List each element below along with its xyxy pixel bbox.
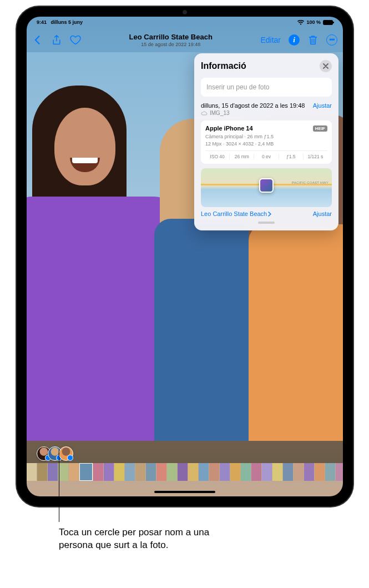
home-indicator[interactable]	[154, 491, 215, 493]
battery-icon	[323, 20, 333, 25]
thumbnail[interactable]	[167, 463, 177, 481]
thumbnail[interactable]	[199, 463, 209, 481]
info-button[interactable]: i	[289, 34, 300, 46]
thumbnail[interactable]	[104, 463, 114, 481]
trash-button[interactable]	[307, 34, 319, 46]
ipad-frame: 9:41 dilluns 5 juny 100 %	[17, 7, 353, 506]
thumbnail-strip[interactable]	[27, 463, 343, 481]
thumbnail[interactable]	[294, 463, 304, 481]
thumbnail[interactable]	[325, 463, 335, 481]
camera-info-card: Apple iPhone 14 HEIF Càmera principal · …	[201, 120, 332, 164]
status-date: dilluns 5 juny	[51, 19, 83, 25]
lens-info: Càmera principal · 26 mm ƒ1.5	[205, 133, 327, 140]
camera-model: Apple iPhone 14	[205, 125, 253, 132]
file-name: IMG_13	[210, 110, 230, 116]
thumbnail[interactable]	[27, 463, 37, 481]
screen: 9:41 dilluns 5 juny 100 %	[27, 17, 343, 496]
thumbnail[interactable]	[304, 463, 314, 481]
thumbnail[interactable]	[58, 463, 68, 481]
nav-bar: Leo Carrillo State Beach 15 de agost de …	[27, 28, 343, 52]
favorite-button[interactable]	[70, 34, 81, 46]
thumbnail[interactable]	[79, 463, 93, 481]
adjust-date-button[interactable]: Ajustar	[313, 102, 332, 109]
format-badge: HEIF	[313, 125, 327, 132]
share-button[interactable]	[51, 34, 62, 46]
thumbnail[interactable]	[188, 463, 198, 481]
panel-drag-handle[interactable]	[258, 222, 275, 224]
thumbnail[interactable]	[336, 463, 343, 481]
wifi-icon	[297, 20, 304, 25]
person-tag-3[interactable]	[59, 446, 73, 461]
thumbnail[interactable]	[178, 463, 188, 481]
thumbnail[interactable]	[241, 463, 251, 481]
map-photo-pin[interactable]	[259, 178, 274, 193]
thumbnail[interactable]	[69, 463, 79, 481]
thumbnail[interactable]	[37, 463, 47, 481]
thumbnail[interactable]	[230, 463, 240, 481]
thumbnail[interactable]	[114, 463, 124, 481]
more-button[interactable]: •••	[326, 34, 337, 46]
thumbnail[interactable]	[93, 463, 103, 481]
thumbnail[interactable]	[220, 463, 230, 481]
back-button[interactable]	[32, 34, 43, 46]
exif-shutter: 1/121 s	[304, 154, 327, 159]
close-icon	[323, 63, 328, 69]
photo-date: dilluns, 15 d'agost de 2022 a les 19:48	[201, 102, 305, 109]
cloud-icon	[201, 110, 208, 116]
thumbnail[interactable]	[146, 463, 156, 481]
status-bar: 9:41 dilluns 5 juny 100 %	[27, 17, 343, 28]
info-panel: Informació Inserir un peu de foto dillun…	[194, 53, 338, 230]
thumbnail[interactable]	[125, 463, 135, 481]
thumbnail[interactable]	[209, 463, 219, 481]
location-link[interactable]: Leo Carrillo State Beach	[201, 210, 271, 217]
exif-iso: ISO 40	[205, 154, 230, 159]
thumbnail[interactable]	[251, 463, 261, 481]
thumbnail[interactable]	[272, 463, 282, 481]
adjust-location-button[interactable]: Ajustar	[313, 210, 332, 217]
status-time: 9:41	[37, 19, 47, 25]
callout-text: Toca un cercle per posar nom a una perso…	[59, 526, 236, 552]
exif-focal: 26 mm	[230, 154, 254, 159]
exif-ev: 0 ev	[254, 154, 279, 159]
thumbnail[interactable]	[48, 463, 58, 481]
edit-button[interactable]: Editar	[260, 36, 281, 44]
page-subtitle: 15 de agost de 2022 19:48	[81, 42, 260, 47]
thumbnail[interactable]	[135, 463, 145, 481]
info-panel-title: Informació	[201, 61, 246, 71]
caption-input[interactable]: Inserir un peu de foto	[201, 78, 332, 97]
location-map[interactable]: PACIFIC COAST HWY	[201, 168, 332, 207]
thumbnail[interactable]	[156, 463, 166, 481]
map-road-label: PACIFIC COAST HWY	[292, 181, 328, 184]
battery-percentage: 100 %	[306, 19, 321, 25]
exif-row: ISO 40 26 mm 0 ev ƒ1.5 1/121 s	[205, 150, 327, 159]
device-camera-dot	[183, 10, 187, 14]
exif-aperture: ƒ1.5	[279, 154, 304, 159]
thumbnail[interactable]	[315, 463, 325, 481]
status-left: 9:41 dilluns 5 juny	[37, 19, 83, 25]
callout-line	[59, 450, 59, 522]
page-title: Leo Carrillo State Beach	[81, 33, 260, 41]
people-tags	[37, 446, 70, 461]
close-info-button[interactable]	[320, 60, 332, 72]
status-right: 100 %	[297, 19, 333, 25]
resolution-info: 12 Mpx · 3024 × 4032 · 2,4 MB	[205, 140, 327, 148]
thumbnail[interactable]	[283, 463, 293, 481]
thumbnail[interactable]	[262, 463, 272, 481]
chevron-right-icon	[268, 212, 271, 217]
photo-viewer[interactable]: Informació Inserir un peu de foto dillun…	[27, 52, 343, 463]
